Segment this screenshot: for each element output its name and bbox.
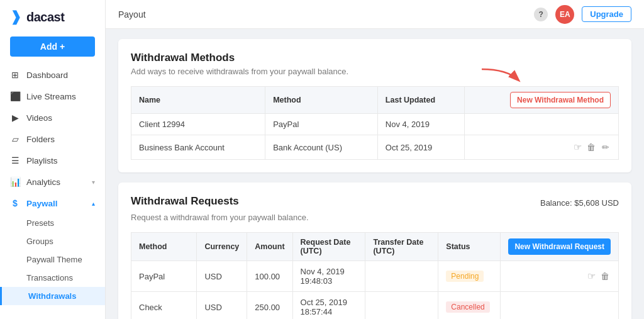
- sidebar-item-label: Analytics: [26, 177, 60, 187]
- col-name: Name: [131, 87, 265, 114]
- balance-label: Balance: $5,608 USD: [540, 198, 619, 208]
- cursor-icon: ☞: [574, 142, 582, 153]
- header: Payout ? EA Upgrade: [106, 0, 644, 29]
- edit-icon[interactable]: ✏: [601, 141, 611, 154]
- row-request-date: Nov 4, 2019 19:48:03: [292, 261, 365, 292]
- row-transfer-date: [365, 261, 438, 292]
- col-status: Status: [438, 233, 501, 261]
- row-method: Bank Account (US): [265, 135, 378, 160]
- col-amount: Amount: [247, 233, 292, 261]
- sidebar-item-paywall-theme[interactable]: Paywall Theme: [0, 250, 105, 269]
- withdrawal-methods-title: Withdrawal Methods: [131, 52, 619, 64]
- withdrawal-requests-header: Withdrawal Requests Balance: $5,608 USD: [131, 195, 619, 210]
- sidebar-item-label: Live Streams: [26, 92, 76, 101]
- logo-text: dacast: [26, 10, 64, 25]
- withdrawal-requests-table: Method Currency Amount Request Date (UTC…: [131, 232, 619, 319]
- new-withdrawal-request-button[interactable]: New Withdrawal Request: [508, 238, 611, 255]
- sidebar-item-transactions[interactable]: Transactions: [0, 269, 105, 287]
- playlists-icon: ☰: [10, 155, 20, 165]
- table-row: Check USD 250.00 Oct 25, 2019 18:57:44 C…: [131, 292, 619, 320]
- sidebar-item-presets[interactable]: Presets: [0, 214, 105, 232]
- row-last-updated: Oct 25, 2019: [377, 135, 464, 160]
- sidebar-item-withdrawals[interactable]: Withdrawals: [0, 287, 105, 305]
- row-status: Pending: [438, 261, 501, 292]
- logo-icon: ❱: [10, 9, 21, 25]
- row-actions: [501, 292, 619, 320]
- header-right: ? EA Upgrade: [534, 5, 631, 24]
- table-row: Business Bank Account Bank Account (US) …: [131, 135, 619, 160]
- upgrade-button[interactable]: Upgrade: [582, 6, 631, 22]
- sidebar: ❱ dacast Add + ⊞ Dashboard ⬛ Live Stream…: [0, 0, 106, 319]
- row-name: Business Bank Account: [131, 135, 265, 160]
- sidebar-item-folders[interactable]: ▱ Folders: [0, 128, 105, 150]
- col-request-date: Request Date (UTC): [292, 233, 365, 261]
- arrow-container: Name Method Last Updated New Withdrawal …: [131, 86, 619, 160]
- row-status: Cancelled: [438, 292, 501, 320]
- row-method: Check: [131, 292, 197, 320]
- status-badge: Cancelled: [446, 301, 489, 313]
- row-actions: ☞ 🗑 ✏: [464, 135, 618, 160]
- sidebar-item-label: Playlists: [26, 156, 58, 165]
- sidebar-item-paywall[interactable]: $ Paywall ▴: [0, 193, 105, 214]
- chevron-up-icon: ▴: [92, 200, 95, 207]
- row-name: Client 12994: [131, 114, 265, 135]
- page-title: Payout: [118, 9, 146, 20]
- withdrawal-methods-subtitle: Add ways to receive withdrawals from you…: [131, 67, 619, 76]
- withdrawal-requests-card: Withdrawal Requests Balance: $5,608 USD …: [118, 182, 631, 319]
- row-action-buttons: ☞ 🗑 ✏: [472, 141, 611, 154]
- col-method: Method: [265, 87, 378, 114]
- sidebar-item-groups[interactable]: Groups: [0, 232, 105, 250]
- new-withdrawal-method-button[interactable]: New Withdrawal Method: [510, 92, 611, 108]
- row-method: PayPal: [265, 114, 378, 135]
- logo-area: ❱ dacast: [0, 0, 105, 34]
- withdrawal-requests-subtitle: Request a withdrawal from your paywall b…: [131, 213, 619, 222]
- col-last-updated: Last Updated: [377, 87, 464, 114]
- sidebar-item-videos[interactable]: ▶ Videos: [0, 107, 105, 128]
- sidebar-item-dashboard[interactable]: ⊞ Dashboard: [0, 64, 105, 86]
- delete-icon[interactable]: 🗑: [599, 270, 611, 283]
- sidebar-item-playlists[interactable]: ☰ Playlists: [0, 150, 105, 171]
- sidebar-item-live-streams[interactable]: ⬛ Live Streams: [0, 86, 105, 107]
- row-last-updated: Nov 4, 2019: [377, 114, 464, 135]
- content-area: Withdrawal Methods Add ways to receive w…: [106, 29, 644, 319]
- add-button[interactable]: Add +: [10, 36, 95, 57]
- main-area: Payout ? EA Upgrade Withdrawal Methods A…: [106, 0, 644, 319]
- row-actions: ☞ 🗑: [501, 261, 619, 292]
- cursor-icon: ☞: [587, 271, 596, 282]
- row-actions: [464, 114, 618, 135]
- delete-icon[interactable]: 🗑: [586, 141, 597, 154]
- sidebar-item-label: Dashboard: [26, 70, 68, 80]
- row-amount: 100.00: [247, 261, 292, 292]
- sidebar-item-label: Videos: [26, 113, 52, 123]
- analytics-icon: 📊: [10, 177, 20, 187]
- withdrawal-methods-table: Name Method Last Updated New Withdrawal …: [131, 86, 619, 160]
- live-streams-icon: ⬛: [10, 91, 20, 101]
- withdrawal-requests-title: Withdrawal Requests: [131, 195, 239, 208]
- row-amount: 250.00: [247, 292, 292, 320]
- help-button[interactable]: ?: [534, 8, 548, 21]
- paywall-sub-nav: Presets Groups Paywall Theme Transaction…: [0, 214, 105, 305]
- folders-icon: ▱: [10, 134, 20, 144]
- row-currency: USD: [197, 261, 247, 292]
- paywall-icon: $: [10, 198, 20, 208]
- status-badge: Pending: [446, 271, 484, 282]
- videos-icon: ▶: [10, 113, 20, 123]
- avatar: EA: [555, 5, 574, 24]
- withdrawal-methods-card: Withdrawal Methods Add ways to receive w…: [118, 39, 631, 172]
- sidebar-item-label: Paywall: [26, 199, 58, 208]
- row-transfer-date: [365, 292, 438, 320]
- row-currency: USD: [197, 292, 247, 320]
- dashboard-icon: ⊞: [10, 70, 20, 80]
- table-row: Client 12994 PayPal Nov 4, 2019: [131, 114, 619, 135]
- chevron-down-icon: ▾: [92, 179, 95, 186]
- col-actions: New Withdrawal Request: [501, 233, 619, 261]
- sidebar-item-analytics[interactable]: 📊 Analytics ▾: [0, 171, 105, 193]
- col-method: Method: [131, 233, 197, 261]
- col-currency: Currency: [197, 233, 247, 261]
- sidebar-item-label: Folders: [26, 135, 55, 144]
- row-action-buttons: ☞ 🗑: [508, 270, 611, 283]
- col-transfer-date: Transfer Date (UTC): [365, 233, 438, 261]
- col-actions: New Withdrawal Method: [464, 87, 618, 114]
- table-row: PayPal USD 100.00 Nov 4, 2019 19:48:03 P…: [131, 261, 619, 292]
- row-request-date: Oct 25, 2019 18:57:44: [292, 292, 365, 320]
